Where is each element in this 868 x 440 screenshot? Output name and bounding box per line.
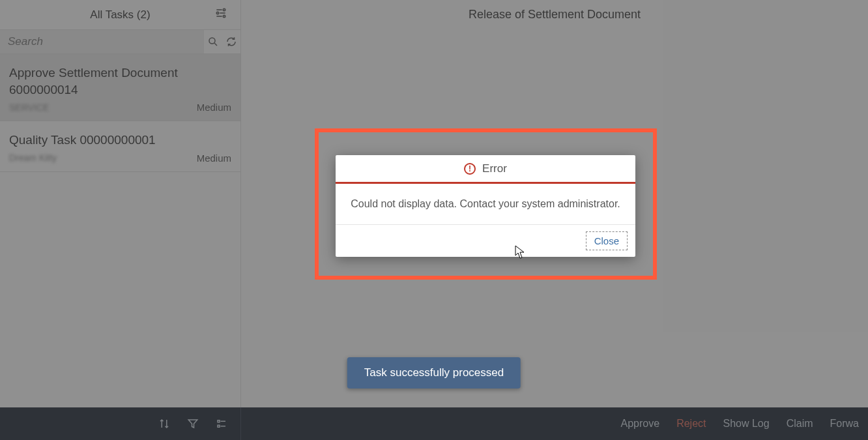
dialog-header: ! Error	[336, 155, 635, 184]
close-button[interactable]: Close	[586, 231, 628, 250]
toast-message: Task successfully processed	[347, 357, 521, 389]
dialog-title: Error	[482, 162, 507, 175]
error-dialog: ! Error Could not display data. Contact …	[336, 155, 635, 257]
error-icon: !	[464, 163, 476, 175]
dialog-footer: Close	[336, 225, 635, 257]
dialog-message: Could not display data. Contact your sys…	[336, 184, 635, 225]
